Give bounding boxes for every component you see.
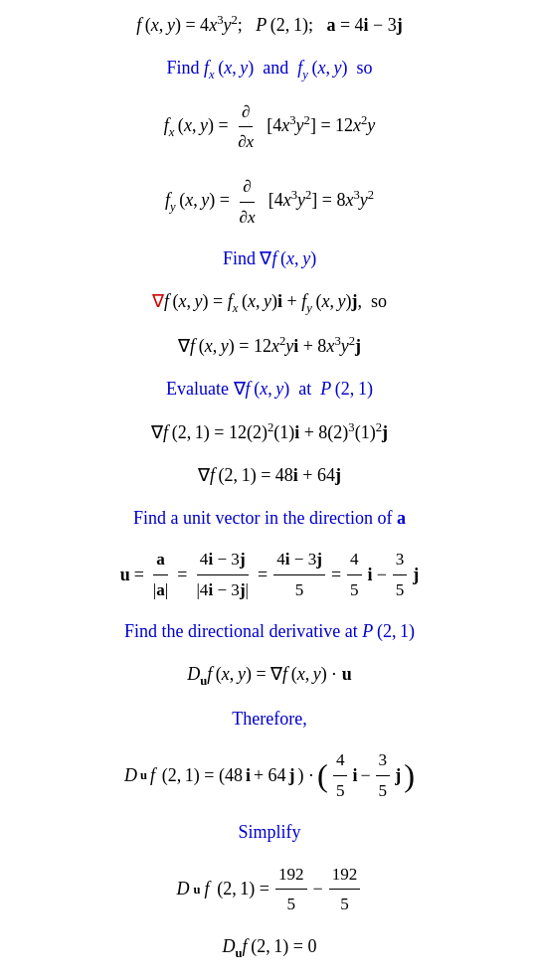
- line-simplify-result: Duf (2, 1) = 192 5 − 192 5: [8, 861, 531, 918]
- gradient-def-text: ∇f (x, y) = fx (x, y)i + fy (x, y)j, so: [152, 287, 387, 318]
- gradient-val-text: ∇f (x, y) = 12x2yi + 8x3y2j: [178, 331, 361, 361]
- unit-vector-calc-text: u = a |a| = 4i − 3j |4i − 3j| = 4i − 3j …: [120, 546, 420, 603]
- gradient-at-point1-text: ∇f (2, 1) = 12(2)2(1)i + 8(2)3(1)2j: [151, 417, 388, 447]
- line-final-result: Duf (2, 1) = 0: [8, 932, 531, 963]
- line-unit-vector-calc: u = a |a| = 4i − 3j |4i − 3j| = 4i − 3j …: [8, 546, 531, 603]
- find-partials-text: Find fx (x, y) and fy (x, y) so: [166, 54, 372, 84]
- problem-statement: f (x, y) = 4x3y2; P (2, 1); a = 4i − 3j: [136, 10, 403, 40]
- line-simplify-label: Simplify: [8, 818, 531, 847]
- line-directional-formula: Duf (x, y) = ∇f (x, y) ⋅ u: [8, 660, 531, 691]
- evaluate-text: Evaluate ∇f (x, y) at P (2, 1): [166, 375, 373, 404]
- therefore-text: Therefore,: [232, 705, 306, 734]
- gradient-at-point2-text: ∇f (2, 1) = 48i + 64j: [198, 461, 341, 490]
- fx-equation: fx (x, y) = ∂ ∂x [4x3y2] = 12x2y: [164, 98, 376, 156]
- math-content: f (x, y) = 4x3y2; P (2, 1); a = 4i − 3j …: [8, 10, 531, 962]
- line-find-directional: Find the directional derivative at P (2,…: [8, 617, 531, 646]
- line-problem: f (x, y) = 4x3y2; P (2, 1); a = 4i − 3j: [8, 10, 531, 40]
- line-find-partials: Find fx (x, y) and fy (x, y) so: [8, 54, 531, 84]
- line-gradient-at-point2: ∇f (2, 1) = 48i + 64j: [8, 461, 531, 490]
- line-gradient-val: ∇f (x, y) = 12x2yi + 8x3y2j: [8, 331, 531, 361]
- line-evaluate: Evaluate ∇f (x, y) at P (2, 1): [8, 375, 531, 404]
- find-directional-text: Find the directional derivative at P (2,…: [124, 617, 415, 646]
- fy-equation: fy (x, y) = ∂ ∂x [4x3y2] = 8x3y2: [165, 173, 374, 231]
- line-therefore: Therefore,: [8, 705, 531, 734]
- directional-formula-text: Duf (x, y) = ∇f (x, y) ⋅ u: [187, 660, 352, 691]
- line-gradient-def: ∇f (x, y) = fx (x, y)i + fy (x, y)j, so: [8, 287, 531, 318]
- find-gradient-text: Find ∇f (x, y): [223, 245, 316, 273]
- line-fx: fx (x, y) = ∂ ∂x [4x3y2] = 12x2y: [8, 98, 531, 156]
- line-fy: fy (x, y) = ∂ ∂x [4x3y2] = 8x3y2: [8, 173, 531, 231]
- line-find-gradient: Find ∇f (x, y): [8, 245, 531, 273]
- line-find-unit-vector: Find a unit vector in the direction of a: [8, 504, 531, 533]
- simplify-text: Simplify: [238, 818, 300, 847]
- simplify-result-text: Duf (2, 1) = 192 5 − 192 5: [177, 861, 363, 918]
- find-unit-vector-text: Find a unit vector in the direction of a: [133, 504, 406, 533]
- line-directional-expanded: Duf (2, 1) = (48i + 64j) ⋅ ( 4 5 i − 3 5…: [8, 746, 531, 804]
- final-result-text: Duf (2, 1) = 0: [223, 932, 317, 963]
- line-gradient-at-point1: ∇f (2, 1) = 12(2)2(1)i + 8(2)3(1)2j: [8, 417, 531, 447]
- directional-expanded-text: Duf (2, 1) = (48i + 64j) ⋅ ( 4 5 i − 3 5…: [124, 746, 415, 804]
